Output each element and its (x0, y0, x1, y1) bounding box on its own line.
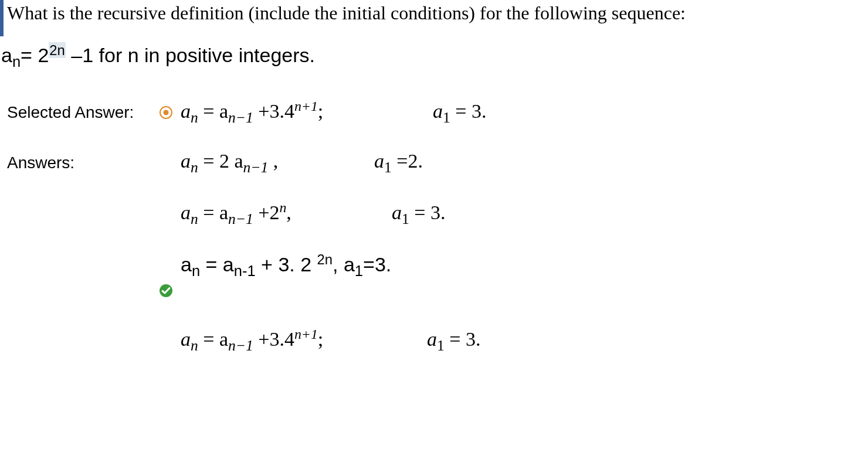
sa-mid: = a (198, 100, 228, 122)
sa-lhs-sub: n (191, 109, 198, 126)
sa-lhs: a (181, 100, 191, 122)
answers-label: Answers: (7, 154, 160, 172)
svg-point-1 (164, 110, 169, 115)
sa-mid-sub: n−1 (228, 109, 253, 126)
a4-init-rhs: = 3. (445, 328, 481, 350)
a1-lhs-sub: n (191, 159, 198, 176)
a3-init-rhs: =3. (363, 253, 391, 275)
answer-3-correct-icon-wrap (160, 284, 181, 297)
a3-init-lhs: a (344, 253, 355, 275)
a2-init-rhs: = 3. (409, 202, 446, 223)
formula-exp: 2n (49, 42, 65, 58)
a4-tail1: +3.4 (253, 328, 294, 350)
a2-lhs: a (181, 202, 191, 223)
answer-row-2: an = an−1 +2n, a1 = 3. (7, 200, 868, 228)
answer-1-equation: an = 2 an−1 , a1 =2. (181, 150, 423, 176)
a3-lhs: a (181, 253, 192, 275)
a4-init-sub: 1 (437, 337, 445, 354)
a4-sup: n+1 (294, 326, 318, 342)
a4-lhs: a (181, 328, 191, 350)
a2-lhs-sub: n (191, 210, 198, 227)
answer-4-equation: an = an−1 +3.4n+1; a1 = 3. (181, 326, 480, 355)
a3-lhs-sub: n (192, 263, 200, 279)
a1-mid: = 2 a (198, 150, 243, 172)
a2-sup: n (279, 200, 286, 215)
formula-lhs-a: a (1, 44, 12, 66)
sa-init-lhs: a (433, 100, 443, 122)
a2-tail2: , (286, 202, 291, 223)
question-prompt: What is the recursive definition (includ… (7, 1, 868, 26)
selected-answer-label: Selected Answer: (7, 103, 160, 122)
a3-sup: 2n (317, 251, 333, 267)
a1-init-sub: 1 (384, 159, 392, 176)
a4-mid: = a (198, 328, 228, 350)
answer-row-3: an = an-1 + 3. 2 2n, a1=3. (7, 251, 868, 280)
answer-row-4: an = an−1 +3.4n+1; a1 = 3. (7, 326, 868, 355)
sa-tail1: +3.4 (253, 100, 294, 122)
a2-mid-sub: n−1 (228, 210, 253, 227)
a3-tail1: + 3. 2 (256, 253, 317, 275)
a2-init-sub: 1 (402, 210, 409, 227)
a1-init-lhs: a (374, 150, 384, 172)
question-block: What is the recursive definition (includ… (0, 0, 868, 355)
a2-mid: = a (198, 202, 228, 223)
selected-answer-equation: an = an−1 +3.4n+1; a1 = 3. (181, 98, 486, 127)
answer-2-equation: an = an−1 +2n, a1 = 3. (181, 200, 445, 228)
a3-tail2: , (333, 253, 344, 275)
question-accent-bar (0, 0, 4, 36)
a4-init-lhs: a (427, 328, 437, 350)
a3-mid-sub: n-1 (234, 263, 256, 279)
formula-eq: = 2 (21, 44, 49, 66)
correct-icon (160, 284, 172, 297)
a1-tail1: , (268, 150, 278, 172)
answer-row-1: Answers: an = 2 an−1 , a1 =2. (7, 150, 868, 176)
a1-mid-sub: n−1 (243, 159, 269, 176)
sa-tail2: ; (318, 100, 323, 122)
a1-lhs: a (181, 150, 191, 172)
a2-init-lhs: a (392, 202, 402, 223)
formula-lhs-sub: n (12, 53, 21, 70)
a4-tail2: ; (318, 328, 323, 350)
answer-row-3-status (7, 284, 868, 297)
answer-3-equation: an = an-1 + 3. 2 2n, a1=3. (181, 251, 391, 280)
question-formula: an= 22n –1 for n in positive integers. (1, 42, 868, 70)
a2-tail1: +2 (253, 202, 280, 223)
a1-init-rhs: =2. (392, 150, 423, 172)
a3-init-sub: 1 (355, 263, 363, 279)
sa-init-sub: 1 (443, 109, 450, 126)
sa-init-rhs: = 3. (450, 100, 487, 122)
formula-tail: –1 for n in positive integers. (66, 44, 315, 66)
a4-lhs-sub: n (191, 337, 198, 354)
a4-mid-sub: n−1 (228, 337, 253, 354)
incorrect-icon (160, 106, 172, 119)
sa-sup: n+1 (294, 98, 318, 114)
a3-mid: = a (200, 253, 234, 275)
selected-answer-row: Selected Answer: an = an−1 +3.4n+1; a1 =… (7, 98, 868, 127)
selected-answer-status-icon-wrap (160, 106, 181, 119)
